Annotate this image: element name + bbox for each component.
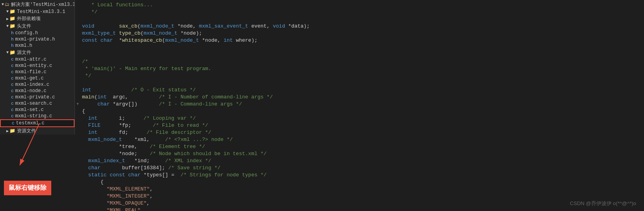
mxml-h-label: mxml.h — [15, 43, 32, 48]
code-line: const char *whitespace_cb(mxml_node_t *n… — [75, 37, 644, 44]
mxml-node-c-label: mxml-node.c — [15, 88, 47, 94]
sidebar-item-mxml-file-c[interactable]: c mxml-file.c — [0, 69, 75, 75]
code-line: * Local functions... — [75, 2, 644, 9]
file-explorer: ▼ 🗂 解决方案'TestMini-xml3.3.1'(1 ▼ 📁 TestMi… — [0, 0, 75, 135]
code-line: mxml_index_t *ind; /* XML index */ — [75, 157, 644, 165]
code-line: */ — [75, 9, 644, 16]
code-line: */ — [75, 72, 644, 80]
code-line: mxml_type_t type_cb(mxml_node_t *node); — [75, 30, 644, 37]
resources-label: 资源文件 — [17, 128, 36, 134]
code-line: "MXML_REAL", — [75, 207, 644, 211]
code-line: int /* O - Exit status */ — [75, 87, 644, 94]
mxml-index-c-icon: c — [11, 82, 14, 87]
code-line: void sax_cb(mxml_node_t *node, mxml_sax_… — [75, 23, 644, 30]
code-line: "MXML_INTEGER", — [75, 193, 644, 200]
line-content: "MXML_INTEGER", — [80, 193, 644, 200]
sidebar-item-mxml-string-c[interactable]: c mxml-string.c — [0, 113, 75, 119]
line-content: "MXML_ELEMENT", — [80, 186, 644, 193]
project-label: TestMini-xml3.3.1 — [17, 9, 65, 15]
fold-icon[interactable]: ▼ — [75, 101, 80, 108]
code-line: int i; /* Looping var */ — [75, 115, 644, 122]
mxml-private-h-icon: h — [11, 37, 14, 42]
sidebar-group-external-deps[interactable]: ▶ 📁 外部依赖项 — [0, 15, 75, 22]
mxml-entity-c-label: mxml-entity.c — [15, 63, 52, 68]
code-line: int fd; /* File descriptor */ — [75, 129, 644, 136]
sidebar-group-headers[interactable]: ▼ 📁 头文件 — [0, 22, 75, 30]
sidebar-item-mxml-private-h[interactable]: h mxml-private.h — [0, 36, 75, 43]
sidebar-item-mxml-index-c[interactable]: c mxml-index.c — [0, 81, 75, 88]
mxml-entity-c-icon: c — [11, 63, 14, 68]
sidebar-item-testmxml-c[interactable]: c testmxml.c — [0, 119, 75, 127]
line-content: int i; /* Looping var */ — [80, 115, 644, 122]
sidebar-item-mxml-search-c[interactable]: c mxml-search.c — [0, 100, 75, 107]
sidebar-item-config-h[interactable]: h config.h — [0, 30, 75, 36]
sidebar-item-mxml-entity-c[interactable]: c mxml-entity.c — [0, 63, 75, 69]
external-deps-label: 外部依赖项 — [17, 15, 41, 22]
code-line — [75, 44, 644, 51]
annotation-text: 鼠标右键移除 — [9, 184, 47, 191]
project-root[interactable]: ▼ 📁 TestMini-xml3.3.1 — [0, 8, 75, 15]
line-content: *node; /* Node which should be in test.x… — [80, 150, 644, 157]
mxml-set-c-label: mxml-set.c — [15, 107, 44, 113]
sidebar-group-sources[interactable]: ▼ 📁 源文件 — [0, 49, 75, 56]
code-line — [75, 80, 644, 87]
solution-icon: 🗂 — [5, 2, 9, 7]
sources-arrow: ▼ — [6, 50, 9, 55]
code-line — [75, 51, 644, 58]
solution-root[interactable]: ▼ 🗂 解决方案'TestMini-xml3.3.1'(1 — [0, 1, 75, 8]
sidebar-item-mxml-private-c[interactable]: c mxml-private.c — [0, 94, 75, 100]
code-line: ▼ char *argv[]) /* I - Command-line args… — [75, 101, 644, 108]
mxml-private-c-label: mxml-private.c — [15, 94, 55, 100]
line-content: mxml_node_t *xml, /* <?xml ...?> node */ — [80, 136, 644, 143]
line-content: "MXML_REAL", — [80, 207, 644, 211]
line-content: { — [80, 108, 644, 115]
sidebar-group-resources[interactable]: ▶ 📁 资源文件 — [0, 127, 75, 135]
sidebar-item-mxml-get-c[interactable]: c mxml-get.c — [0, 75, 75, 81]
mxml-string-c-label: mxml-string.c — [15, 113, 52, 119]
code-line: main(int argc, /* I - Number of command-… — [75, 94, 644, 101]
resources-arrow: ▶ — [6, 129, 9, 133]
external-deps-icon: 📁 — [9, 16, 15, 22]
code-line: char buffer[16384]; /* Save string */ — [75, 165, 644, 172]
line-content: void sax_cb(mxml_node_t *node, mxml_sax_… — [80, 23, 644, 30]
code-line — [75, 16, 644, 23]
mxml-get-c-label: mxml-get.c — [15, 76, 44, 81]
testmxml-c-label: testmxml.c — [16, 120, 45, 126]
annotation-box: 鼠标右键移除 — [4, 181, 51, 195]
line-content: */ — [80, 9, 644, 16]
line-content: */ — [80, 72, 644, 80]
sources-icon: 📁 — [9, 50, 15, 56]
headers-label: 头文件 — [17, 23, 31, 30]
mxml-index-c-label: mxml-index.c — [15, 82, 49, 87]
sidebar-item-mxml-node-c[interactable]: c mxml-node.c — [0, 88, 75, 94]
code-line: { — [75, 108, 644, 115]
line-content: const char *whitespace_cb(mxml_node_t *n… — [80, 37, 644, 44]
mxml-search-c-label: mxml-search.c — [15, 101, 52, 106]
sidebar-item-mxml-set-c[interactable]: c mxml-set.c — [0, 107, 75, 113]
watermark: CSDN @乔伊波伊 o(*^@^*)o — [570, 200, 636, 207]
external-deps-arrow: ▶ — [6, 17, 9, 21]
headers-arrow: ▼ — [6, 24, 9, 28]
testmxml-c-icon: c — [12, 121, 15, 126]
config-h-label: config.h — [15, 30, 38, 36]
code-line: *node; /* Node which should be in test.x… — [75, 150, 644, 157]
config-h-icon: h — [11, 31, 14, 35]
code-line: FILE *fp; /* File to read */ — [75, 122, 644, 129]
solution-arrow: ▼ — [2, 2, 4, 7]
line-content: int /* O - Exit status */ — [80, 87, 644, 94]
mxml-h-icon: h — [11, 43, 14, 48]
line-content: char *argv[]) /* I - Command-line args *… — [80, 101, 644, 108]
code-line: mxml_node_t *xml, /* <?xml ...?> node */ — [75, 136, 644, 143]
mxml-set-c-icon: c — [11, 107, 14, 112]
line-content: *tree, /* Element tree */ — [80, 143, 644, 150]
code-editor-container: * Local functions... */void sax_cb(mxml_… — [75, 0, 644, 211]
code-editor[interactable]: * Local functions... */void sax_cb(mxml_… — [75, 0, 644, 211]
sidebar-item-mxml-attr-c[interactable]: c mxml-attr.c — [0, 56, 75, 63]
code-line: *tree, /* Element tree */ — [75, 143, 644, 150]
watermark-text: CSDN @乔伊波伊 o(*^@^*)o — [570, 200, 636, 206]
sidebar-item-mxml-h[interactable]: h mxml.h — [0, 43, 75, 49]
mxml-file-c-icon: c — [11, 70, 14, 74]
line-content: "MXML_OPAQUE", — [80, 200, 644, 207]
code-line: * 'main()' - Main entry for test program… — [75, 65, 644, 72]
line-content: * 'main()' - Main entry for test program… — [80, 65, 644, 72]
